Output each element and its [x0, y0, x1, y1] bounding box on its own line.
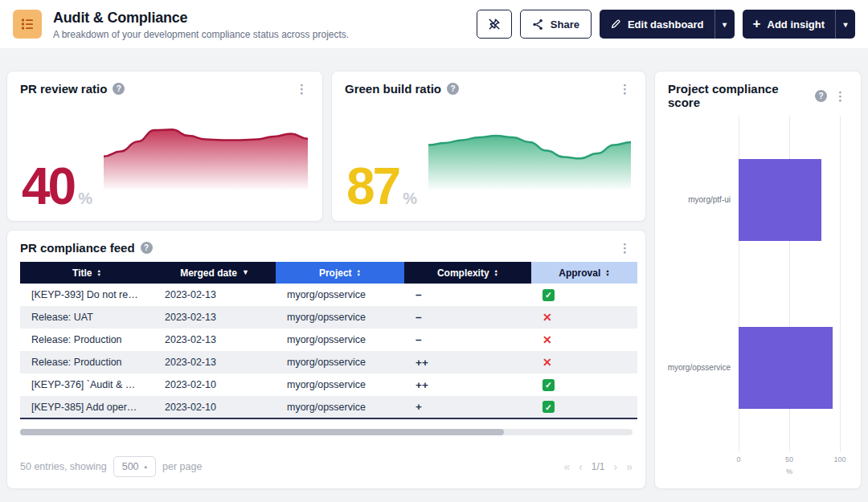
- plus-icon: +: [753, 17, 761, 31]
- next-page-button[interactable]: ›: [614, 460, 618, 473]
- sort-both-icon: ▲▼: [97, 269, 101, 276]
- title-block: Audit & Compliance A breakdown of your d…: [53, 10, 349, 40]
- add-insight-group: + Add insight ▾: [743, 10, 855, 39]
- edit-dashboard-button[interactable]: Edit dashboard: [600, 10, 714, 39]
- help-icon[interactable]: ?: [141, 242, 153, 254]
- unpin-icon: [488, 18, 501, 31]
- green-build-ratio-card: Green build ratio ? ⋮ 87 %: [331, 71, 646, 222]
- per-page-label: per page: [162, 461, 202, 472]
- sort-desc-icon: ▼: [242, 269, 249, 276]
- x-axis: 050100: [739, 453, 840, 467]
- edit-dashboard-group: Edit dashboard ▾: [600, 10, 735, 39]
- add-insight-dropdown-button[interactable]: ▾: [835, 10, 855, 39]
- compliance-score-chart: myorg/ptf-uimyorg/opsservice 050100 %: [655, 109, 861, 488]
- help-icon[interactable]: ?: [113, 83, 125, 95]
- edit-dashboard-dropdown-button[interactable]: ▾: [714, 10, 735, 39]
- pr-compliance-table: Title▲▼Merged date▼Project▲▼Complexity▲▼…: [20, 262, 637, 419]
- page-size-value: 500: [122, 461, 139, 472]
- bar-category-labels: myorg/ptf-uimyorg/opsservice: [668, 116, 739, 451]
- kebab-menu-icon[interactable]: ⋮: [833, 90, 848, 102]
- horizontal-scrollbar-thumb[interactable]: [20, 429, 504, 435]
- horizontal-scrollbar-track: [20, 429, 633, 435]
- card-title: Project compliance score: [668, 82, 809, 109]
- table-row[interactable]: [KEYP-376] `Audit & Co...2023-02-10myorg…: [20, 373, 637, 396]
- bar-myorg/ptf-ui[interactable]: [739, 159, 821, 241]
- x-axis-label: %: [739, 467, 840, 479]
- prev-page-button[interactable]: ‹: [579, 460, 583, 473]
- add-insight-button[interactable]: + Add insight: [743, 10, 835, 39]
- chevron-down-icon: ▾: [843, 20, 847, 29]
- approval-check-icon: ✓: [542, 401, 555, 413]
- approval-x-icon: ✕: [542, 356, 552, 369]
- gridline: [840, 116, 841, 451]
- add-insight-label: Add insight: [768, 18, 825, 31]
- pr-compliance-feed-card: PR compliance feed ? ⋮ Title▲▼Merged dat…: [6, 230, 646, 489]
- green-build-ratio-value: 87 %: [346, 165, 417, 208]
- pr-review-ratio-card: PR review ratio ? ⋮ 40 %: [6, 71, 323, 222]
- approval-x-icon: ✕: [542, 311, 552, 324]
- pagination: « ‹ 1/1 › »: [563, 460, 633, 473]
- bar-category-label: myorg/opsservice: [668, 284, 739, 451]
- card-title: Green build ratio: [345, 82, 441, 96]
- sort-both-icon: ▲▼: [494, 269, 498, 276]
- page-title: Audit & Compliance: [53, 10, 349, 27]
- share-button[interactable]: Share: [520, 10, 592, 39]
- unpin-button[interactable]: [477, 10, 512, 39]
- axis-tick-label: 50: [785, 455, 793, 463]
- kebab-menu-icon[interactable]: ⋮: [617, 83, 633, 95]
- first-page-button[interactable]: «: [563, 460, 570, 473]
- table-row[interactable]: Release: UAT2023-02-13myorg/opsservice−✕: [20, 306, 637, 329]
- entries-count-label: 50 entries, showing: [20, 461, 107, 472]
- bar-myorg/opsservice[interactable]: [739, 327, 833, 409]
- approval-x-icon: ✕: [542, 333, 552, 346]
- dashboard-header: Audit & Compliance A breakdown of your d…: [0, 0, 868, 48]
- approval-check-icon: ✓: [542, 289, 555, 301]
- page-subtitle: A breakdown of your development complian…: [53, 29, 349, 40]
- dashboard-grid: PR review ratio ? ⋮ 40 % Green build rat…: [0, 48, 868, 502]
- table-row[interactable]: [KEYP-393] Do not reset...2023-02-13myor…: [20, 284, 637, 306]
- kebab-menu-icon[interactable]: ⋮: [617, 242, 633, 254]
- table-row[interactable]: Release: Production2023-02-13myorg/opsse…: [20, 351, 637, 373]
- help-icon[interactable]: ?: [815, 90, 827, 102]
- project-compliance-score-card: Project compliance score ? ⋮ myorg/ptf-u…: [654, 71, 862, 489]
- last-page-button[interactable]: »: [626, 460, 633, 473]
- card-title: PR review ratio: [20, 82, 107, 96]
- help-icon[interactable]: ?: [447, 83, 459, 95]
- column-header-title[interactable]: Title▲▼: [20, 262, 154, 284]
- axis-tick-label: 0: [736, 455, 740, 463]
- column-header-complexity[interactable]: Complexity▲▼: [404, 262, 531, 284]
- dashboard-list-icon: [13, 10, 42, 39]
- select-caret-icon: ▴: [145, 463, 148, 470]
- pr-review-ratio-value: 40 %: [22, 165, 92, 208]
- edit-pencil-icon: [610, 18, 621, 30]
- bar-band: [739, 116, 840, 284]
- sort-both-icon: ▲▼: [605, 269, 609, 276]
- bar-category-label: myorg/ptf-ui: [668, 116, 739, 284]
- table-row[interactable]: [KEYP-385] Add operato...2023-02-10myorg…: [20, 396, 637, 418]
- page-size-select[interactable]: 500 ▴: [113, 456, 156, 477]
- approval-check-icon: ✓: [542, 379, 555, 391]
- bar-plot-area: [739, 116, 840, 451]
- pr-review-trend-chart: [104, 119, 308, 190]
- chevron-down-icon: ▾: [723, 20, 727, 29]
- axis-tick-label: 100: [833, 455, 845, 463]
- sort-both-icon: ▲▼: [357, 269, 361, 276]
- card-title: PR compliance feed: [20, 241, 135, 255]
- feed-footer: 50 entries, showing 500 ▴ per page « ‹ 1…: [7, 447, 645, 488]
- page-indicator: 1/1: [592, 461, 605, 472]
- green-build-trend-chart: [428, 119, 631, 190]
- edit-dashboard-label: Edit dashboard: [628, 18, 704, 31]
- column-header-merged-date[interactable]: Merged date▼: [154, 262, 276, 284]
- share-button-label: Share: [551, 18, 579, 31]
- column-header-project[interactable]: Project▲▼: [276, 262, 404, 284]
- bar-band: [739, 284, 840, 451]
- kebab-menu-icon[interactable]: ⋮: [294, 83, 309, 95]
- table-header-row: Title▲▼Merged date▼Project▲▼Complexity▲▼…: [20, 262, 637, 284]
- column-header-approval[interactable]: Approval▲▼: [531, 262, 637, 284]
- header-actions: Share Edit dashboard ▾ + Add insight ▾: [477, 10, 855, 39]
- table-row[interactable]: Release: Production2023-02-13myorg/opsse…: [20, 329, 637, 351]
- share-icon: [532, 18, 544, 31]
